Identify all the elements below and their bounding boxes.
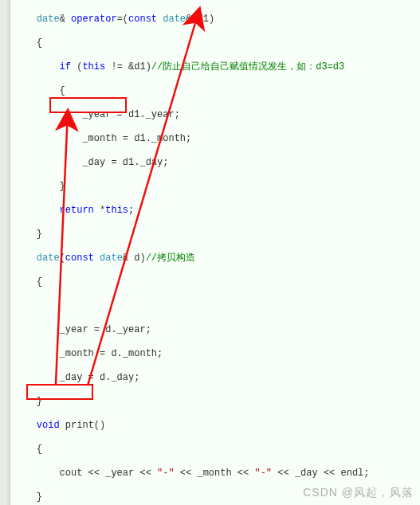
t: void	[37, 420, 60, 431]
t	[14, 420, 37, 431]
t: date	[37, 14, 60, 25]
code-line	[10, 300, 420, 312]
code-line: {	[10, 37, 420, 49]
code-line: _year = d1._year;	[10, 109, 420, 121]
code-line: date(const date& d)//拷贝构造	[10, 252, 420, 264]
t	[14, 205, 60, 216]
code-line: {	[10, 85, 420, 97]
fold-gutter	[0, 0, 10, 505]
t: date	[163, 14, 186, 25]
t	[14, 252, 37, 264]
code-line: _year = d._year;	[10, 324, 420, 336]
code-line: date& operator=(const date& d1)	[10, 14, 420, 25]
t: & d1)	[186, 14, 214, 25]
code-line: {	[10, 444, 420, 456]
t: return	[60, 205, 94, 216]
code-line: {	[10, 276, 420, 288]
t: this	[82, 61, 105, 72]
t: &	[60, 14, 71, 25]
code-line: }	[10, 181, 420, 193]
t: "-"	[254, 468, 272, 479]
code-line: _day = d._day;	[10, 372, 420, 384]
code-line: void print()	[10, 420, 420, 432]
t: print()	[60, 420, 106, 431]
t: this	[105, 205, 128, 216]
t: << _day << endl;	[272, 468, 369, 479]
t: operator	[71, 14, 117, 25]
t: const	[128, 14, 157, 25]
code-line: _month = d1._month;	[10, 133, 420, 145]
t: << _month <<	[175, 468, 255, 479]
t: date	[100, 252, 123, 264]
t: (	[71, 61, 82, 72]
code-line: _day = d1._day;	[10, 157, 420, 169]
t: const	[65, 252, 94, 264]
code-line: }	[10, 491, 420, 503]
t: (	[60, 252, 65, 264]
t	[14, 61, 60, 72]
t: != &d1)	[105, 61, 151, 72]
code-line: _month = d._month;	[10, 348, 420, 360]
code-line: cout << _year << "-" << _month << "-" <<…	[10, 468, 420, 480]
t: cout << _year <<	[14, 468, 157, 479]
t: //防止自己给自己赋值情况发生，如：d3=d3	[151, 61, 344, 72]
code-line: }	[10, 396, 420, 408]
t: if	[60, 61, 71, 72]
code-area: date& operator=(const date& d1) { if (th…	[10, 0, 420, 505]
code-editor: date& operator=(const date& d1) { if (th…	[0, 0, 420, 505]
t: & d)	[123, 252, 146, 264]
t: =(	[117, 14, 128, 25]
code-line: return *this;	[10, 205, 420, 217]
t	[94, 252, 100, 264]
code-line: if (this != &d1)//防止自己给自己赋值情况发生，如：d3=d3	[10, 61, 420, 73]
t: //拷贝构造	[146, 252, 195, 264]
t: *	[94, 205, 105, 216]
t: "-"	[157, 468, 175, 479]
t: ;	[128, 205, 134, 216]
t: date	[37, 252, 60, 264]
code-line: }	[10, 229, 420, 241]
